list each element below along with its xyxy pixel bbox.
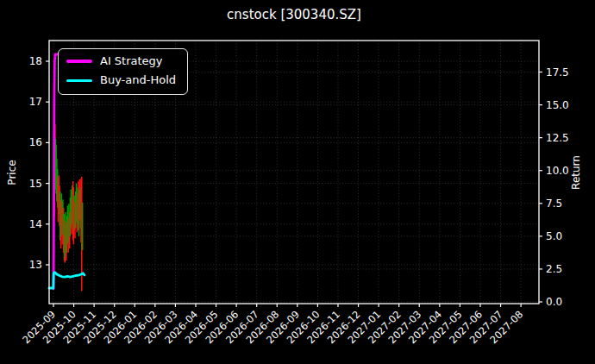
y-tick-label-left: 18	[29, 55, 42, 67]
y-tick-label-right: 5.0	[546, 230, 562, 242]
y-tick-label-right: 12.5	[546, 132, 569, 144]
y-tick-label-left: 15	[29, 178, 42, 190]
y-tick-label-right: 15.0	[546, 99, 569, 111]
legend-item-buy-and-hold: Buy-and-Hold	[66, 74, 176, 86]
buy-and-hold-line-swatch	[66, 79, 92, 83]
y-tick-label-right: 10.0	[546, 165, 569, 177]
legend-item-ai-strategy: AI Strategy	[66, 55, 176, 67]
chart-figure: cnstock [300340.SZ] Price Return 2025-09…	[0, 0, 595, 364]
legend: AI Strategy Buy-and-Hold	[58, 48, 188, 95]
y-tick-label-right: 7.5	[546, 198, 562, 210]
y-tick-label-left: 13	[29, 259, 42, 271]
ai-strategy-line-swatch	[66, 60, 92, 63]
y-tick-label-right: 2.5	[546, 263, 562, 275]
legend-label: AI Strategy	[100, 55, 163, 67]
y-tick-label-right: 0.0	[546, 296, 562, 308]
y-tick-label-right: 17.5	[546, 66, 569, 78]
y-tick-label-left: 17	[29, 96, 42, 108]
y-tick-label-left: 14	[29, 218, 42, 230]
y-tick-label-left: 16	[29, 136, 42, 148]
legend-label: Buy-and-Hold	[100, 74, 176, 86]
buy-and-hold-line	[49, 273, 85, 288]
